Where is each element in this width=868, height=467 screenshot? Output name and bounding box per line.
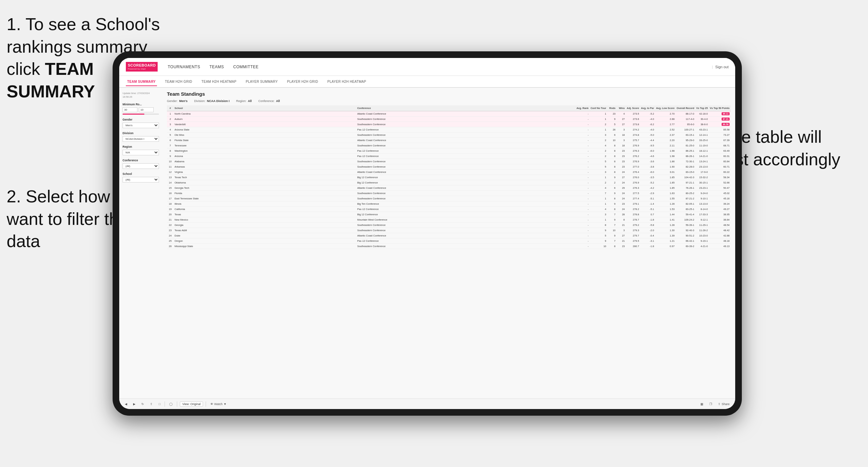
cell-adj-score: 276.2 xyxy=(626,154,640,159)
table-area: Team Standings Gender: Men's Division: N… xyxy=(162,88,735,399)
table-row[interactable]: 2 Auburn Southeastern Conference - 1 9 2… xyxy=(167,117,731,122)
cell-avg-low: 2.52 xyxy=(655,127,676,132)
tab-player-h2h-heatmap[interactable]: PLAYER H2H HEATMAP xyxy=(326,78,367,86)
cell-avg-low: 1.41 xyxy=(655,217,676,223)
toolbar-divider2 xyxy=(177,401,177,407)
cell-wins: 24 xyxy=(616,191,626,196)
cell-avg-low: 0.97 xyxy=(655,244,676,249)
cell-rnds: 9 xyxy=(607,117,616,122)
cell-school: California xyxy=(174,207,356,212)
table-row[interactable]: 13 Texas Tech Big 12 Conference - 1 9 27… xyxy=(167,175,731,180)
view-original-button[interactable]: View: Original xyxy=(180,401,203,407)
table-row[interactable]: 24 Duke Atlantic Coast Conference - 5 9 … xyxy=(167,233,731,239)
cell-vs-top25: 17-33-3 xyxy=(695,212,709,217)
table-row[interactable]: 9 Arizona Pac-12 Conference - 2 8 23 276… xyxy=(167,154,731,159)
cell-school: Texas Tech xyxy=(174,175,356,180)
cell-rank: 9 xyxy=(167,154,174,159)
cell-rank: 24 xyxy=(167,233,174,239)
filter-gender-select[interactable]: Men's Women's xyxy=(123,123,159,128)
table-row[interactable]: 5 Ole Miss Southeastern Conference - 3 6… xyxy=(167,132,731,138)
cell-points: 52.66 xyxy=(709,180,731,185)
cell-wins: 27 xyxy=(616,175,626,180)
tab-player-summary[interactable]: PLAYER SUMMARY xyxy=(244,78,279,86)
table-row[interactable]: 14 Oklahoma Big 12 Conference - 2 2 24 2… xyxy=(167,180,731,185)
logo: SCOREBOARD Powered by clipd xyxy=(126,62,158,71)
table-row[interactable]: 15 Georgia Tech Atlantic Coast Conferenc… xyxy=(167,185,731,191)
share-button[interactable]: ⇧ Share xyxy=(716,402,731,406)
toolbar-forward[interactable]: ▶ xyxy=(131,402,137,406)
cell-conf-no-tour: 2 xyxy=(589,122,607,127)
cell-wins: 18 xyxy=(616,143,626,148)
table-row[interactable]: 12 Virginia Atlantic Coast Conference - … xyxy=(167,169,731,175)
table-row[interactable]: 25 Oregon Pac-12 Conference - 9 7 21 279… xyxy=(167,239,731,244)
table-row[interactable]: 1 North Carolina Atlantic Coast Conferen… xyxy=(167,111,731,117)
table-row[interactable]: 23 Texas A&M Southeastern Conference - 9… xyxy=(167,228,731,233)
toolbar-add[interactable]: □ xyxy=(157,402,162,406)
cell-rnds: 6 xyxy=(607,132,616,138)
table-row[interactable]: 6 Florida State Atlantic Coast Conferenc… xyxy=(167,138,731,143)
filter-region-select[interactable]: N/A All xyxy=(123,150,159,155)
cell-avg-rank: - xyxy=(576,122,589,127)
filter-division-label: Division xyxy=(123,131,159,135)
table-row[interactable]: 17 East Tennessee State Southeastern Con… xyxy=(167,196,731,201)
cell-overall: 76-26-1 xyxy=(676,185,695,191)
tab-team-h2h-grid[interactable]: TEAM H2H GRID xyxy=(164,78,193,86)
table-row[interactable]: 7 Tennessee Southeastern Conference - 4 … xyxy=(167,143,731,148)
toolbar-reload[interactable]: ↻ xyxy=(140,402,146,406)
tab-team-summary[interactable]: TEAM SUMMARY xyxy=(126,78,157,86)
cell-adj-score: 279.3 xyxy=(626,228,640,233)
nav-tournaments[interactable]: TOURNAMENTS xyxy=(167,63,200,70)
cell-avg-rank: - xyxy=(576,159,589,164)
cell-conference: Pac-12 Conference xyxy=(356,239,576,244)
table-row[interactable]: 22 Georgia Southeastern Conference - 8 7… xyxy=(167,223,731,228)
cell-rank: 14 xyxy=(167,180,174,185)
table-row[interactable]: 21 New Mexico Mountain West Conference -… xyxy=(167,217,731,223)
toolbar-icon2[interactable]: ❐ xyxy=(708,402,714,406)
cell-conf-no-tour: 4 xyxy=(589,207,607,212)
sign-out-button[interactable]: | Sign out xyxy=(712,65,728,69)
cell-conf-no-tour: 2 xyxy=(589,148,607,154)
table-row[interactable]: 19 California Pac-12 Conference - 4 8 24… xyxy=(167,207,731,212)
cell-conf-no-tour: 1 xyxy=(589,201,607,207)
tab-player-h2h-grid[interactable]: PLAYER H2H GRID xyxy=(286,78,319,86)
filter-min-input[interactable] xyxy=(123,107,137,112)
table-row[interactable]: 8 Washington Pac-12 Conference - 2 8 23 … xyxy=(167,148,731,154)
table-row[interactable]: 16 Florida Southeastern Conference - 7 9… xyxy=(167,191,731,196)
table-row[interactable]: 3 Vanderbilt Southeastern Conference - 2… xyxy=(167,122,731,127)
toolbar-clock[interactable]: ◯ xyxy=(167,402,174,406)
nav-committee[interactable]: COMMITTEE xyxy=(233,63,259,70)
table-row[interactable]: 11 Arkansas Southeastern Conference - 5 … xyxy=(167,164,731,169)
watch-button[interactable]: 👁 Watch ▼ xyxy=(209,402,228,406)
cell-conf-no-tour: 2 xyxy=(589,180,607,185)
nav-teams[interactable]: TEAMS xyxy=(209,63,224,70)
toolbar-back[interactable]: ◀ xyxy=(123,402,129,406)
table-row[interactable]: 26 Mississippi State Southeastern Confer… xyxy=(167,244,731,249)
cell-points: 60.71 xyxy=(709,164,731,169)
cell-overall: 87-21-2 xyxy=(676,196,695,201)
cell-avg-low: 1.39 xyxy=(655,233,676,239)
table-row[interactable]: 20 Texas Big 12 Conference - 3 7 28 278.… xyxy=(167,212,731,217)
sidebar-filters: Update time: 27/03/2024 16:56:26 Minimum… xyxy=(119,88,162,399)
cell-avg-rank: - xyxy=(576,239,589,244)
table-row[interactable]: 4 Arizona State Pac-12 Conference - 1 26… xyxy=(167,127,731,132)
table-title: Team Standings xyxy=(167,91,731,97)
cell-overall: 109-24-2 xyxy=(676,217,695,223)
filter-conference-select[interactable]: (All) xyxy=(123,163,159,169)
toolbar-share-small[interactable]: ⇧ xyxy=(148,402,154,406)
filter-max-input[interactable] xyxy=(139,107,154,112)
division-label: Division: xyxy=(194,99,205,103)
cell-school: Florida xyxy=(174,191,356,196)
toolbar-icon1[interactable]: ▦ xyxy=(699,402,705,406)
table-row[interactable]: 10 Alabama Southeastern Conference - 5 8… xyxy=(167,159,731,164)
cell-wins: 24 xyxy=(616,207,626,212)
cell-rank: 8 xyxy=(167,148,174,154)
cell-overall: 61-25-0 xyxy=(676,143,695,148)
cell-vs-top25: 17-9-0 xyxy=(695,169,709,175)
table-row[interactable]: 18 Illinois Big Ten Conference - 1 9 23 … xyxy=(167,201,731,207)
cell-school: Florida State xyxy=(174,138,356,143)
tab-team-h2h-heatmap[interactable]: TEAM H2H HEATMAP xyxy=(200,78,238,86)
filter-division-select[interactable]: NCAA Division I NCAA Division II NCAA Di… xyxy=(123,136,159,142)
cell-avg-rank: - xyxy=(576,185,589,191)
filter-school-select[interactable]: (All) xyxy=(123,177,159,183)
cell-avg-rank: - xyxy=(576,212,589,217)
